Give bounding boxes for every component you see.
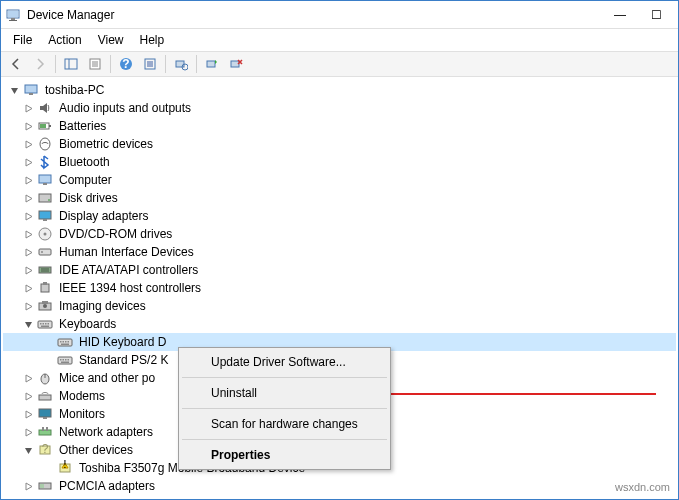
maximize-button[interactable]: ☐ bbox=[638, 4, 674, 26]
imaging-icon bbox=[37, 298, 53, 314]
svg-rect-1 bbox=[8, 11, 18, 17]
audio-icon bbox=[37, 100, 53, 116]
tree-node[interactable]: Imaging devices bbox=[3, 297, 676, 315]
expand-icon[interactable] bbox=[21, 101, 35, 115]
help-button[interactable]: ? bbox=[115, 53, 137, 75]
tree-node[interactable]: Display adapters bbox=[3, 207, 676, 225]
svg-point-27 bbox=[48, 199, 50, 201]
expand-icon[interactable] bbox=[21, 425, 35, 439]
mouse-icon bbox=[37, 370, 53, 386]
svg-rect-45 bbox=[45, 323, 47, 325]
update-driver-button[interactable] bbox=[201, 53, 223, 75]
tree-node[interactable]: Biometric devices bbox=[3, 135, 676, 153]
svg-rect-28 bbox=[39, 211, 51, 219]
ctx-update-driver[interactable]: Update Driver Software... bbox=[181, 350, 388, 374]
computer-icon bbox=[23, 82, 39, 98]
tree-node[interactable]: DVD/CD-ROM drives bbox=[3, 225, 676, 243]
properties-button[interactable] bbox=[84, 53, 106, 75]
tree-node-label: Monitors bbox=[57, 407, 107, 421]
tree-root[interactable]: toshiba-PC bbox=[3, 81, 676, 99]
forward-button[interactable] bbox=[29, 53, 51, 75]
svg-text:!: ! bbox=[63, 460, 66, 471]
ctx-separator bbox=[182, 377, 387, 378]
tree-node[interactable]: IDE ATA/ATAPI controllers bbox=[3, 261, 676, 279]
svg-rect-32 bbox=[39, 249, 51, 255]
svg-rect-37 bbox=[41, 284, 49, 292]
svg-rect-65 bbox=[39, 430, 51, 435]
show-hide-tree-button[interactable] bbox=[60, 53, 82, 75]
expand-icon[interactable] bbox=[21, 245, 35, 259]
tree-node[interactable]: Audio inputs and outputs bbox=[3, 99, 676, 117]
app-icon bbox=[5, 7, 21, 23]
computer-icon bbox=[37, 172, 53, 188]
collapse-icon[interactable] bbox=[21, 317, 35, 331]
tree-node[interactable]: Disk drives bbox=[3, 189, 676, 207]
biometric-icon bbox=[37, 136, 53, 152]
tree-node[interactable]: PCMCIA adapters bbox=[3, 477, 676, 495]
tree-node-label: Batteries bbox=[57, 119, 108, 133]
tree-node[interactable]: Bluetooth bbox=[3, 153, 676, 171]
svg-rect-56 bbox=[63, 359, 65, 361]
svg-rect-4 bbox=[65, 59, 77, 69]
expand-icon[interactable] bbox=[21, 137, 35, 151]
menu-file[interactable]: File bbox=[5, 31, 40, 49]
expand-icon[interactable] bbox=[21, 173, 35, 187]
expand-icon[interactable] bbox=[21, 191, 35, 205]
back-button[interactable] bbox=[5, 53, 27, 75]
svg-rect-16 bbox=[207, 61, 215, 67]
toolbar-separator bbox=[55, 55, 56, 73]
svg-rect-44 bbox=[43, 323, 45, 325]
expand-icon[interactable] bbox=[21, 371, 35, 385]
svg-rect-52 bbox=[68, 341, 70, 343]
expand-icon[interactable] bbox=[21, 209, 35, 223]
minimize-button[interactable]: — bbox=[602, 4, 638, 26]
svg-point-33 bbox=[41, 251, 43, 253]
tree-node[interactable]: Human Interface Devices bbox=[3, 243, 676, 261]
expander-spacer bbox=[41, 461, 55, 475]
svg-rect-14 bbox=[176, 61, 184, 67]
expand-icon[interactable] bbox=[21, 227, 35, 241]
tree-node[interactable]: Batteries bbox=[3, 117, 676, 135]
toolbar-separator bbox=[196, 55, 197, 73]
svg-rect-59 bbox=[61, 362, 69, 364]
expand-icon[interactable] bbox=[21, 281, 35, 295]
svg-rect-34 bbox=[39, 267, 51, 273]
svg-rect-13 bbox=[147, 61, 153, 67]
expand-icon[interactable] bbox=[21, 299, 35, 313]
menu-view[interactable]: View bbox=[90, 31, 132, 49]
expand-icon[interactable] bbox=[21, 263, 35, 277]
collapse-icon[interactable] bbox=[21, 443, 35, 457]
svg-rect-62 bbox=[39, 395, 51, 400]
svg-point-40 bbox=[43, 304, 47, 308]
expand-icon[interactable] bbox=[21, 155, 35, 169]
expand-icon[interactable] bbox=[21, 119, 35, 133]
svg-rect-18 bbox=[25, 85, 37, 93]
ctx-uninstall[interactable]: Uninstall bbox=[181, 381, 388, 405]
expand-icon[interactable] bbox=[21, 407, 35, 421]
svg-rect-63 bbox=[39, 409, 51, 417]
ctx-scan-hardware[interactable]: Scan for hardware changes bbox=[181, 412, 388, 436]
collapse-icon[interactable] bbox=[7, 83, 21, 97]
tree-node-label: Computer bbox=[57, 173, 114, 187]
tree-node-label: Biometric devices bbox=[57, 137, 155, 151]
tree-node-keyboards[interactable]: Keyboards bbox=[3, 315, 676, 333]
expand-icon[interactable] bbox=[21, 389, 35, 403]
display-icon bbox=[37, 208, 53, 224]
action-button[interactable] bbox=[139, 53, 161, 75]
hid-icon bbox=[37, 244, 53, 260]
context-menu: Update Driver Software... Uninstall Scan… bbox=[178, 347, 391, 470]
menu-help[interactable]: Help bbox=[132, 31, 173, 49]
scan-hardware-button[interactable] bbox=[170, 53, 192, 75]
ieee-icon bbox=[37, 280, 53, 296]
ctx-properties[interactable]: Properties bbox=[181, 443, 388, 467]
tree-node[interactable]: Computer bbox=[3, 171, 676, 189]
keyboard-icon bbox=[57, 334, 73, 350]
warn-icon: ! bbox=[57, 460, 73, 476]
tree-node[interactable]: IEEE 1394 host controllers bbox=[3, 279, 676, 297]
expand-icon[interactable] bbox=[21, 479, 35, 493]
tree-node-label: IEEE 1394 host controllers bbox=[57, 281, 203, 295]
uninstall-button[interactable] bbox=[225, 53, 247, 75]
menu-action[interactable]: Action bbox=[40, 31, 89, 49]
svg-rect-51 bbox=[65, 341, 67, 343]
tree-node-label: Mice and other po bbox=[57, 371, 157, 385]
